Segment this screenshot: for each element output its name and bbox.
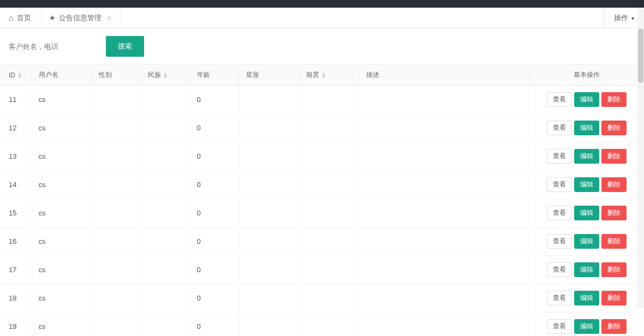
cell-gender [92,142,141,171]
operation-label: 操作 [614,13,628,23]
view-button[interactable]: 查看 [547,206,572,220]
delete-button[interactable]: 删除 [601,319,627,334]
cell-desc [359,256,529,284]
table-row: 18cs0查看编辑删除 [0,284,644,313]
cell-age: 0 [190,284,239,313]
cell-username: cs [32,114,92,142]
edit-button[interactable]: 编辑 [574,319,599,334]
edit-button[interactable]: 编辑 [574,262,599,277]
col-ethnic[interactable]: 民族▲▼ [141,65,190,86]
cell-gender [92,199,141,227]
cell-id: 16 [0,227,32,256]
delete-button[interactable]: 删除 [601,206,627,220]
search-input[interactable] [5,38,98,55]
delete-button[interactable]: 删除 [601,177,627,192]
cell-age: 0 [190,199,239,227]
tab-home-label: 首页 [17,13,31,23]
col-username[interactable]: 用户名 [32,65,92,86]
view-button[interactable]: 查看 [547,262,572,277]
cell-desc [359,142,529,171]
cell-zodiac [239,114,299,142]
delete-button[interactable]: 删除 [601,121,627,135]
col-age[interactable]: 年龄 [190,65,239,86]
cell-username: cs [32,142,92,171]
cell-zodiac [239,171,299,199]
cell-desc [359,171,529,199]
cell-ethnic [141,199,190,227]
cell-zodiac [239,199,299,227]
cell-zodiac [239,284,299,313]
cell-ethnic [141,114,190,142]
cell-username: cs [32,171,92,199]
table-header-row: ID▲▼ 用户名 性别 民族▲▼ 年龄 星座 籍贯▲▼ 描述 基本操作 [0,65,644,86]
table-row: 13cs0查看编辑删除 [0,142,644,171]
tab-active-label: 公告信息管理 [59,13,102,23]
edit-button[interactable]: 编辑 [574,234,599,249]
vertical-scroll-thumb[interactable] [638,28,643,83]
cell-zodiac [239,256,299,284]
col-zodiac[interactable]: 星座 [239,65,299,86]
edit-button[interactable]: 编辑 [574,149,599,164]
cell-ethnic [141,284,190,313]
cell-gender [92,171,141,199]
cell-username: cs [32,256,92,284]
view-button[interactable]: 查看 [547,234,572,249]
cell-zodiac [239,142,299,171]
view-button[interactable]: 查看 [547,319,572,334]
cell-ops: 查看编辑删除 [529,313,644,337]
delete-button[interactable]: 删除 [601,92,627,107]
cell-ethnic [141,142,190,171]
table-row: 12cs0查看编辑删除 [0,114,644,142]
tab-home[interactable]: 首页 [0,8,40,28]
cell-id: 15 [0,199,32,227]
cell-ethnic [141,86,190,114]
table-row: 16cs0查看编辑删除 [0,227,644,256]
col-desc[interactable]: 描述 [359,65,529,86]
cell-desc [359,284,529,313]
table-row: 11cs0查看编辑删除 [0,86,644,114]
table-row: 19cs0查看编辑删除 [0,313,644,337]
col-id[interactable]: ID▲▼ [0,65,32,86]
close-icon[interactable]: × [107,14,111,22]
edit-button[interactable]: 编辑 [574,92,599,107]
col-ops: 基本操作 [529,65,644,86]
cell-desc [359,114,529,142]
delete-button[interactable]: 删除 [601,262,627,277]
delete-button[interactable]: 删除 [601,291,627,305]
cell-origin [299,284,359,313]
cell-gender [92,86,141,114]
cell-id: 11 [0,86,32,114]
view-button[interactable]: 查看 [547,177,572,192]
star-icon [49,14,56,22]
delete-button[interactable]: 删除 [601,234,627,249]
cell-zodiac [239,227,299,256]
view-button[interactable]: 查看 [547,149,572,164]
sort-icon: ▲▼ [163,72,168,79]
data-table: ID▲▼ 用户名 性别 民族▲▼ 年龄 星座 籍贯▲▼ 描述 基本操作 11cs… [0,64,644,336]
search-button[interactable]: 搜索 [106,36,144,57]
col-gender[interactable]: 性别 [92,65,141,86]
edit-button[interactable]: 编辑 [574,121,599,135]
cell-age: 0 [190,313,239,337]
edit-button[interactable]: 编辑 [574,206,599,220]
cell-origin [299,227,359,256]
cell-ops: 查看编辑删除 [529,86,644,114]
cell-ethnic [141,171,190,199]
col-origin[interactable]: 籍贯▲▼ [299,65,359,86]
view-button[interactable]: 查看 [547,92,572,107]
cell-ethnic [141,256,190,284]
view-button[interactable]: 查看 [547,121,572,135]
edit-button[interactable]: 编辑 [574,177,599,192]
edit-button[interactable]: 编辑 [574,291,599,305]
cell-ops: 查看编辑删除 [529,171,644,199]
toolbar: 搜索 [0,28,644,64]
cell-id: 12 [0,114,32,142]
cell-gender [92,284,141,313]
cell-username: cs [32,227,92,256]
delete-button[interactable]: 删除 [601,149,627,164]
cell-id: 14 [0,171,32,199]
view-button[interactable]: 查看 [547,291,572,305]
tab-announcement[interactable]: 公告信息管理 × [40,8,121,28]
vertical-scrollbar[interactable] [637,8,644,308]
sort-icon: ▲▼ [321,72,326,79]
